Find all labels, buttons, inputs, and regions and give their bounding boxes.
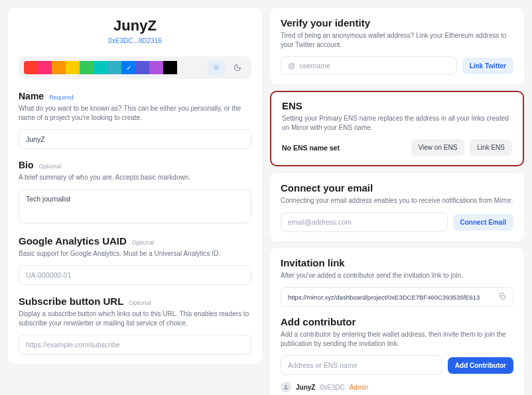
color-swatch[interactable]	[107, 61, 121, 74]
contributor-address-input[interactable]	[281, 355, 442, 375]
ga-title-text: Google Analytics UAID	[19, 235, 127, 247]
color-swatch[interactable]	[94, 61, 107, 74]
color-palette-row	[19, 56, 251, 79]
subscribe-input[interactable]	[19, 335, 251, 355]
view-ens-button[interactable]: View on ENS	[411, 139, 465, 156]
name-title-text: Name	[19, 91, 44, 101]
contributor-address: 0xE3DC	[320, 384, 344, 391]
svg-point-2	[285, 385, 287, 387]
email-card: Connect your email Connecting your email…	[270, 173, 524, 241]
wallet-address: 0xE3DC...8D2316	[19, 37, 251, 44]
admin-tag: Admin	[350, 384, 368, 391]
optional-tag: Optional	[129, 300, 151, 306]
color-swatch[interactable]	[163, 61, 177, 74]
bio-title: Bio Optional	[19, 160, 251, 170]
at-icon: @	[288, 62, 295, 70]
twitter-username-input-wrap[interactable]: @	[281, 56, 457, 75]
subscribe-desc: Display a subscribe button which links o…	[19, 310, 251, 328]
optional-tag: Optional	[132, 239, 155, 246]
add-contributor-button[interactable]: Add Contributor	[448, 357, 513, 374]
verify-title: Verify your identity	[281, 17, 513, 28]
profile-settings-card: JunyZ 0xE3DC...8D2316 Name Required What…	[8, 8, 262, 364]
display-name: JunyZ	[19, 17, 251, 34]
avatar	[281, 382, 291, 392]
contributor-row: JunyZ 0xE3DC Admin	[281, 382, 513, 392]
bio-input[interactable]	[19, 189, 251, 223]
invite-title: Invitation link	[281, 257, 513, 268]
name-desc: What do you want to be known as? This ca…	[19, 104, 251, 123]
svg-point-0	[215, 66, 218, 69]
ens-card: ENS Setting your Primary ENS name replac…	[270, 91, 524, 166]
ens-title: ENS	[282, 100, 512, 111]
name-input[interactable]	[19, 129, 251, 149]
add-desc: Add a contributor by entering their wall…	[281, 330, 513, 349]
color-swatch[interactable]	[149, 61, 163, 74]
required-tag: Required	[49, 94, 74, 101]
verify-card: Verify your identity Tired of being an a…	[270, 8, 524, 84]
ga-title: Google Analytics UAID Optional	[19, 235, 251, 247]
email-title: Connect your email	[281, 182, 513, 194]
invite-url-text: https://mirror.xyz/dashboard/project/0xE…	[288, 294, 494, 301]
link-twitter-button[interactable]: Link Twitter	[462, 58, 513, 74]
color-swatch[interactable]	[121, 61, 135, 74]
connect-email-button[interactable]: Connect Email	[453, 214, 513, 231]
verify-desc: Tired of being an anonymous wallet addre…	[281, 31, 513, 50]
invite-desc: After you've added a contributor send th…	[281, 271, 513, 280]
light-theme-button[interactable]	[208, 60, 225, 75]
email-desc: Connecting your email address enables yo…	[281, 196, 513, 205]
subscribe-title-text: Subscribe button URL	[19, 296, 123, 307]
ens-status-text: No ENS name set	[282, 144, 340, 152]
bio-title-text: Bio	[19, 160, 34, 170]
twitter-username-input[interactable]	[299, 62, 449, 70]
bio-field-block: Bio Optional A brief summary of who you …	[19, 160, 251, 225]
subscribe-title: Subscribe button URL Optional	[19, 296, 251, 307]
ga-desc: Basic support for Google Analytics. Must…	[19, 249, 251, 258]
name-title: Name Required	[19, 91, 251, 101]
invite-link-field[interactable]: https://mirror.xyz/dashboard/project/0xE…	[281, 287, 513, 307]
subscribe-field-block: Subscribe button URL Optional Display a …	[19, 296, 251, 355]
ens-desc: Setting your Primary ENS name replaces t…	[282, 114, 512, 133]
name-field-block: Name Required What do you want to be kno…	[19, 91, 251, 149]
ga-input[interactable]	[19, 265, 251, 285]
invitation-card: Invitation link After you've added a con…	[270, 248, 524, 395]
contributor-name: JunyZ	[296, 384, 315, 391]
email-input[interactable]	[281, 212, 448, 232]
color-swatch[interactable]	[80, 61, 94, 74]
optional-tag: Optional	[39, 163, 62, 170]
color-swatch[interactable]	[66, 61, 80, 74]
link-ens-button[interactable]: Link ENS	[470, 139, 512, 156]
dark-theme-button[interactable]	[229, 60, 246, 75]
color-swatches	[24, 61, 204, 74]
svg-rect-1	[501, 296, 505, 300]
bio-desc: A brief summary of who you are. Accepts …	[19, 173, 251, 182]
color-swatch[interactable]	[24, 61, 38, 74]
color-swatch[interactable]	[135, 61, 149, 74]
ga-field-block: Google Analytics UAID Optional Basic sup…	[19, 235, 251, 285]
color-swatch[interactable]	[38, 61, 52, 74]
add-title: Add contributor	[281, 316, 513, 327]
color-swatch[interactable]	[52, 61, 66, 74]
copy-icon[interactable]	[494, 292, 506, 302]
